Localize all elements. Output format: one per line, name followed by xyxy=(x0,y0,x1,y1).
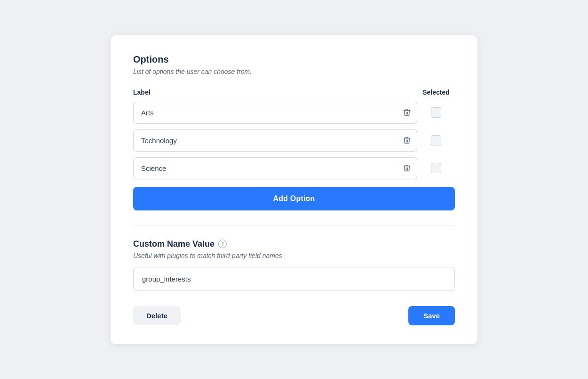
custom-name-header: Custom Name Value ? xyxy=(133,239,455,249)
delete-field-button[interactable]: Delete xyxy=(133,306,181,325)
trash-icon-1 xyxy=(403,108,411,117)
add-option-button[interactable]: Add Option xyxy=(133,187,455,210)
label-column-header: Label xyxy=(133,89,417,96)
option-row-2 xyxy=(133,129,455,152)
main-card: Options List of options the user can cho… xyxy=(111,35,477,344)
checkbox-col-3 xyxy=(417,163,455,173)
section-divider xyxy=(133,226,455,226)
custom-name-title: Custom Name Value xyxy=(133,239,215,249)
custom-name-input[interactable] xyxy=(133,267,455,291)
trash-icon-2 xyxy=(403,136,411,145)
options-header: Label Selected xyxy=(133,89,455,96)
checkbox-col-2 xyxy=(417,135,455,145)
option-input-wrapper-2 xyxy=(133,129,417,152)
selected-column-header: Selected xyxy=(417,89,455,96)
option-input-2[interactable] xyxy=(134,130,397,151)
delete-option-button-3[interactable] xyxy=(397,160,417,176)
option-checkbox-1[interactable] xyxy=(431,107,441,118)
checkbox-col-1 xyxy=(417,107,455,118)
save-button[interactable]: Save xyxy=(408,306,455,325)
option-row-3 xyxy=(133,157,455,179)
option-row-1 xyxy=(133,102,455,124)
options-title: Options xyxy=(133,54,455,65)
option-input-wrapper-1 xyxy=(133,102,417,124)
custom-name-description: Useful with plugins to match third-party… xyxy=(133,252,455,259)
delete-option-button-2[interactable] xyxy=(397,132,417,148)
help-icon[interactable]: ? xyxy=(218,240,227,248)
option-checkbox-2[interactable] xyxy=(431,135,441,145)
option-input-wrapper-3 xyxy=(133,157,417,179)
custom-name-section: Custom Name Value ? Useful with plugins … xyxy=(133,239,455,306)
option-input-1[interactable] xyxy=(134,102,397,123)
delete-option-button-1[interactable] xyxy=(397,105,417,121)
option-input-3[interactable] xyxy=(134,158,397,179)
trash-icon-3 xyxy=(403,164,411,172)
option-checkbox-3[interactable] xyxy=(431,163,441,173)
options-description: List of options the user can choose from… xyxy=(133,68,455,75)
footer-buttons: Delete Save xyxy=(133,306,455,325)
options-section: Options List of options the user can cho… xyxy=(133,54,455,226)
